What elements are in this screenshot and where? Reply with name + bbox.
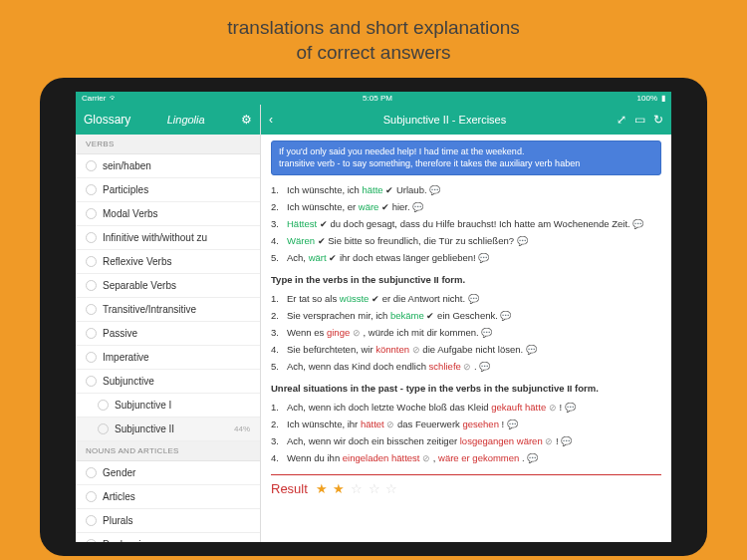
- sidebar-item[interactable]: Separable Verbs: [76, 274, 260, 298]
- sidebar-item-label: Subjunctive: [103, 376, 154, 387]
- progress-ring-icon: [86, 160, 97, 171]
- progress-ring-icon: [86, 491, 97, 502]
- comment-icon[interactable]: 💬: [527, 453, 538, 463]
- refresh-icon[interactable]: ↻: [653, 113, 663, 127]
- sidebar-item[interactable]: Modal Verbs: [76, 202, 260, 226]
- sidebar-item-label: Separable Verbs: [103, 280, 176, 291]
- wrong-icon: ⊘: [412, 345, 420, 355]
- progress-ring-icon: [86, 256, 97, 267]
- sidebar-item-label: Gender: [103, 467, 135, 478]
- exercise-row: 3.Hättest ✔ du doch gesagt, dass du Hilf…: [271, 215, 661, 232]
- comment-icon[interactable]: 💬: [481, 328, 492, 338]
- check-icon: ✔: [385, 185, 393, 195]
- progress-ring-icon: [86, 539, 97, 542]
- result-bar: Result ★ ★ ☆ ☆ ☆: [271, 474, 661, 502]
- progress-ring-icon: [86, 280, 97, 291]
- page-title: Subjunctive II - Exercises: [281, 114, 609, 126]
- gear-icon[interactable]: ⚙: [241, 113, 252, 127]
- check-icon: ✔: [381, 202, 389, 212]
- sidebar-item[interactable]: Imperative: [76, 346, 260, 370]
- sidebar-item[interactable]: Subjunctive II44%: [76, 418, 260, 441]
- progress-ring-icon: [86, 304, 97, 315]
- sidebar-item-label: Subjunctive I: [115, 400, 171, 411]
- comment-icon[interactable]: 💬: [479, 362, 490, 372]
- back-icon[interactable]: ‹: [269, 113, 273, 127]
- sidebar-item-label: Subjunctive II: [115, 423, 174, 434]
- wrong-icon: ⊘: [545, 436, 553, 446]
- explanation-box: If you'd only said you needed help! I ha…: [271, 140, 661, 175]
- battery-icon: ▮: [661, 94, 665, 103]
- exercise-heading: Unreal situations in the past - type in …: [271, 383, 661, 394]
- exercise-row: 2.Sie versprachen mir, ich bekäme ✔ ein …: [271, 307, 661, 324]
- clock: 5:05 PM: [363, 94, 392, 103]
- content-pane: ‹ Subjunctive II - Exercises ⤢ ▭ ↻ If yo…: [261, 105, 671, 542]
- sidebar-item[interactable]: Infinitive with/without zu: [76, 226, 260, 250]
- comment-icon[interactable]: 💬: [412, 202, 423, 212]
- sidebar-item[interactable]: Transitive/Intransitive: [76, 298, 260, 322]
- progress-ring-icon: [86, 232, 97, 243]
- exercise-row: 2.Ich wünschte, er wäre ✔ hier. 💬: [271, 198, 661, 215]
- tablet-frame: Carrierᯤ 5:05 PM 100%▮ Glossary Lingolia…: [40, 78, 707, 556]
- exercise-row: 5.Ach, wärt ✔ ihr doch etwas länger gebl…: [271, 249, 661, 266]
- progress-percent: 44%: [234, 424, 250, 433]
- sidebar-item[interactable]: Subjunctive I: [76, 394, 260, 418]
- sidebar-item[interactable]: Plurals: [76, 509, 260, 533]
- sidebar-item-label: Passive: [103, 328, 137, 339]
- comment-icon[interactable]: 💬: [526, 345, 537, 355]
- comment-icon[interactable]: 💬: [632, 219, 643, 229]
- sidebar-item[interactable]: Articles: [76, 485, 260, 509]
- sidebar-item[interactable]: Participles: [76, 178, 260, 202]
- note-icon[interactable]: ▭: [634, 113, 645, 127]
- sidebar-item-label: Articles: [103, 491, 135, 502]
- check-icon: ✔: [318, 236, 326, 246]
- expand-icon[interactable]: ⤢: [617, 113, 626, 127]
- exercise-row: 5.Ach, wenn das Kind doch endlich schlie…: [271, 358, 661, 375]
- sidebar-item[interactable]: Subjunctive: [76, 370, 260, 394]
- comment-icon[interactable]: 💬: [517, 236, 528, 246]
- check-icon: ✔: [320, 219, 328, 229]
- promo-tagline: translations and short explanations of c…: [0, 0, 747, 65]
- comment-icon[interactable]: 💬: [478, 253, 489, 263]
- sidebar-item-label: Infinitive with/without zu: [103, 232, 207, 243]
- content-header: ‹ Subjunctive II - Exercises ⤢ ▭ ↻: [261, 105, 671, 135]
- sidebar-item-label: Participles: [103, 184, 148, 195]
- comment-icon[interactable]: 💬: [507, 420, 518, 429]
- wrong-icon: ⊘: [549, 403, 557, 413]
- wifi-icon: ᯤ: [110, 94, 118, 103]
- progress-ring-icon: [86, 352, 97, 363]
- sidebar-item[interactable]: Reflexive Verbs: [76, 250, 260, 274]
- sidebar-item[interactable]: Gender: [76, 461, 260, 485]
- progress-ring-icon: [86, 184, 97, 195]
- section-verbs: VERBS: [76, 135, 260, 154]
- comment-icon[interactable]: 💬: [429, 185, 440, 195]
- exercise-row: 1.Er tat so als wüsste ✔ er die Antwort …: [271, 290, 661, 307]
- sidebar-item[interactable]: sein/haben: [76, 154, 260, 178]
- rating-stars: ★ ★ ☆ ☆ ☆: [316, 481, 398, 496]
- sidebar-item[interactable]: Passive: [76, 322, 260, 346]
- check-icon: ✔: [329, 253, 337, 263]
- wrong-icon: ⊘: [353, 328, 361, 338]
- sidebar-header: Glossary Lingolia ⚙: [76, 105, 260, 135]
- sidebar-item-label: Modal Verbs: [103, 208, 158, 219]
- wrong-icon: ⊘: [386, 420, 394, 429]
- progress-ring-icon: [98, 400, 109, 411]
- progress-ring-icon: [86, 467, 97, 478]
- progress-ring-icon: [98, 423, 109, 434]
- progress-ring-icon: [86, 328, 97, 339]
- wrong-icon: ⊘: [463, 362, 471, 372]
- check-icon: ✔: [426, 311, 434, 321]
- comment-icon[interactable]: 💬: [500, 311, 511, 321]
- check-icon: ✔: [372, 294, 379, 304]
- comment-icon[interactable]: 💬: [565, 403, 576, 413]
- exercise-row: 1.Ich wünschte, ich hätte ✔ Urlaub. 💬: [271, 181, 661, 198]
- comment-icon[interactable]: 💬: [468, 294, 479, 304]
- progress-ring-icon: [86, 376, 97, 387]
- exercise-row: 4.Sie befürchteten, wir könnten ⊘ die Au…: [271, 341, 661, 358]
- sidebar-item[interactable]: Declension: [76, 533, 260, 542]
- comment-icon[interactable]: 💬: [561, 436, 572, 446]
- section-nouns: NOUNS AND ARTICLES: [76, 441, 260, 461]
- sidebar-item-label: Imperative: [103, 352, 149, 363]
- sidebar-title: Glossary: [84, 113, 130, 127]
- brand-logo: Lingolia: [167, 114, 205, 126]
- wrong-icon: ⊘: [422, 453, 430, 463]
